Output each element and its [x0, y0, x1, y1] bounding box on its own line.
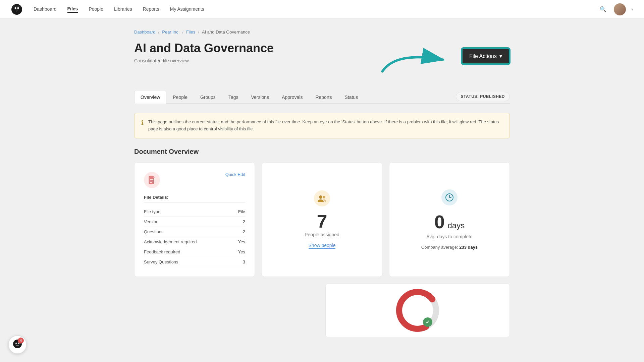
donut-chart: ✓ — [394, 287, 441, 334]
doc-overview-grid: Quick Edit File Details: File type File … — [134, 162, 510, 277]
corner-widget-inner: 4 — [12, 339, 22, 350]
document-overview-title: Document Overview — [134, 148, 510, 156]
clock-icon — [441, 189, 458, 205]
show-people-link[interactable]: Show people — [309, 243, 336, 249]
detail-value: File — [233, 207, 245, 217]
tabs-bar: Overview People Groups Tags Versions App… — [134, 91, 510, 104]
breadcrumb-pear[interactable]: Pear Inc. — [162, 29, 179, 35]
breadcrumb-current: AI and Data Governance — [202, 29, 250, 35]
nav-link-libraries[interactable]: Libraries — [114, 6, 132, 12]
svg-point-3 — [17, 7, 19, 9]
table-row: Survey Questions 3 — [144, 257, 245, 267]
people-count: 7 — [317, 212, 327, 231]
avg-days-number-row: 0 days — [434, 211, 465, 233]
detail-value: Yes — [233, 247, 245, 257]
arrow-annotation — [376, 41, 470, 81]
info-icon: ℹ — [141, 119, 144, 133]
file-actions-button[interactable]: File Actions ▾ — [462, 48, 510, 64]
info-banner: ℹ This page outlines the current status,… — [134, 113, 510, 138]
people-assigned-label: People assigned — [305, 232, 339, 237]
quick-edit-link[interactable]: Quick Edit — [225, 172, 245, 177]
page-subtitle: Consolidated file overview — [134, 58, 274, 63]
detail-value: 2 — [233, 227, 245, 237]
nav-right: 🔍 ▾ — [598, 3, 633, 15]
tab-overview[interactable]: Overview — [134, 91, 166, 104]
detail-label: Questions — [144, 227, 233, 237]
people-assigned-card: 7 People assigned Show people — [262, 162, 382, 277]
tab-status[interactable]: Status — [338, 91, 364, 104]
table-row: Acknowledgement required Yes — [144, 237, 245, 247]
svg-point-11 — [323, 196, 325, 198]
nav-links: Dashboard Files People Libraries Reports… — [34, 6, 598, 13]
avatar[interactable] — [614, 3, 626, 15]
svg-point-20 — [15, 343, 17, 344]
tab-groups[interactable]: Groups — [194, 91, 222, 104]
file-details-card: Quick Edit File Details: File type File … — [134, 162, 255, 277]
file-actions-area: File Actions ▾ — [376, 41, 510, 81]
navbar: Dashboard Files People Libraries Reports… — [0, 0, 644, 19]
status-badge: STATUS: PUBLISHED — [456, 92, 510, 101]
company-avg-value: 233 days — [459, 245, 478, 250]
table-row: Feedback required Yes — [144, 247, 245, 257]
page-title: AI and Data Governance — [134, 41, 274, 55]
tab-versions[interactable]: Versions — [245, 91, 275, 104]
file-actions-label: File Actions — [469, 53, 497, 59]
tab-approvals[interactable]: Approvals — [275, 91, 309, 104]
svg-text:✓: ✓ — [426, 319, 430, 325]
file-icon — [144, 172, 160, 188]
nav-link-reports[interactable]: Reports — [143, 6, 159, 12]
breadcrumb: Dashboard / Pear Inc. / Files / AI and D… — [134, 29, 510, 35]
detail-label: File type — [144, 207, 233, 217]
tab-reports[interactable]: Reports — [309, 91, 338, 104]
table-row: Questions 2 — [144, 227, 245, 237]
detail-value: 2 — [233, 217, 245, 227]
svg-point-10 — [319, 195, 322, 199]
tab-people[interactable]: People — [166, 91, 194, 104]
nav-link-dashboard[interactable]: Dashboard — [34, 6, 57, 12]
detail-value: Yes — [233, 237, 245, 247]
tabs-left: Overview People Groups Tags Versions App… — [134, 91, 364, 103]
avg-days-card: 0 days Avg. days to complete Company ave… — [389, 162, 510, 277]
svg-point-2 — [15, 7, 16, 9]
breadcrumb-sep-2: / — [182, 29, 183, 35]
company-avg: Company average: 233 days — [421, 245, 478, 250]
breadcrumb-sep-3: / — [198, 29, 199, 35]
page-header-left: AI and Data Governance Consolidated file… — [134, 41, 274, 63]
detail-label: Feedback required — [144, 247, 233, 257]
breadcrumb-files[interactable]: Files — [186, 29, 195, 35]
nav-link-files[interactable]: Files — [67, 6, 78, 13]
table-row: File type File — [144, 207, 245, 217]
main-content: Dashboard / Pear Inc. / Files / AI and D… — [121, 19, 523, 348]
company-avg-label: Company average: — [421, 245, 458, 250]
app-logo[interactable] — [11, 3, 23, 15]
nav-link-people[interactable]: People — [89, 6, 103, 12]
people-icon — [314, 190, 330, 206]
file-details-table: File type File Version 2 Questions 2 Ack… — [144, 207, 245, 267]
avatar-chevron-icon[interactable]: ▾ — [631, 7, 633, 12]
file-actions-chevron-icon: ▾ — [499, 53, 502, 59]
info-banner-text: This page outlines the current status, a… — [148, 119, 503, 133]
page-header: AI and Data Governance Consolidated file… — [134, 41, 510, 81]
svg-rect-5 — [149, 176, 154, 184]
lower-row: ✓ — [134, 284, 510, 337]
file-details-card-header: Quick Edit — [144, 172, 245, 188]
corner-widget[interactable]: 4 — [8, 335, 27, 354]
avg-days-label: Avg. days to complete — [426, 234, 472, 239]
breadcrumb-sep-1: / — [158, 29, 160, 35]
notification-badge: 4 — [18, 338, 24, 344]
table-row: Version 2 — [144, 217, 245, 227]
detail-value: 3 — [233, 257, 245, 267]
avg-days-number: 0 — [434, 211, 445, 232]
file-details-label: File Details: — [144, 195, 245, 203]
lower-placeholder — [134, 284, 319, 337]
donut-chart-card: ✓ — [325, 284, 510, 337]
tab-tags[interactable]: Tags — [222, 91, 245, 104]
detail-label: Survey Questions — [144, 257, 233, 267]
detail-label: Acknowledgement required — [144, 237, 233, 247]
breadcrumb-dashboard[interactable]: Dashboard — [134, 29, 156, 35]
days-suffix: days — [447, 221, 465, 230]
nav-link-my-assignments[interactable]: My Assignments — [170, 6, 204, 12]
search-icon[interactable]: 🔍 — [598, 4, 608, 15]
detail-label: Version — [144, 217, 233, 227]
